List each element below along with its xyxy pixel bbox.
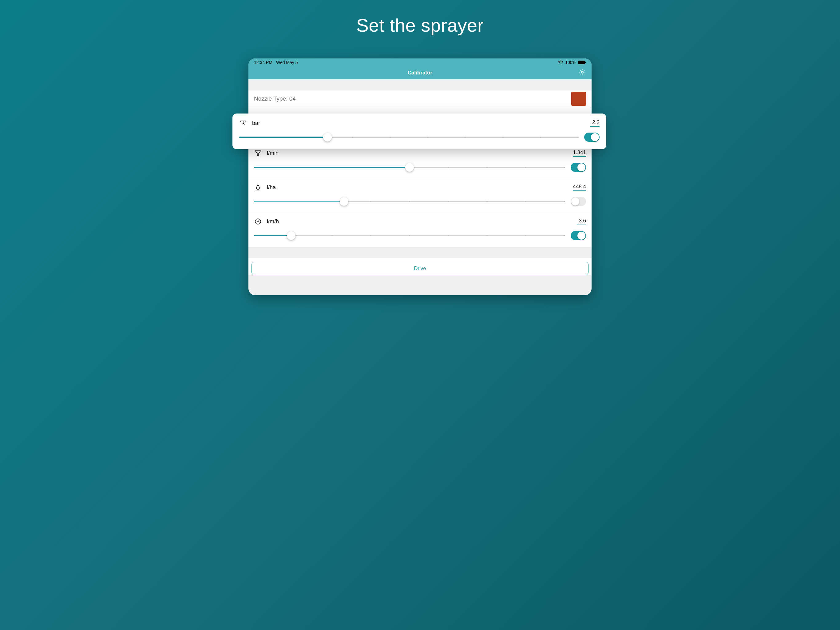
slider-label-kmh: km/h <box>267 218 279 225</box>
slider-thumb-kmh[interactable] <box>287 231 295 240</box>
status-time: 12:34 PM <box>254 60 272 65</box>
spacer <box>248 79 592 90</box>
slider-row-lha: l/ha 448.4 <box>248 179 592 213</box>
svg-rect-0 <box>578 60 585 64</box>
gauge-icon <box>254 217 262 225</box>
toggle-bar[interactable] <box>584 133 600 142</box>
settings-button[interactable] <box>578 69 587 77</box>
slider-track-lha[interactable] <box>254 197 565 206</box>
droplet-icon <box>254 184 262 192</box>
slider-thumb-lmin[interactable] <box>405 163 414 172</box>
slider-row-kmh: km/h 3.6 <box>248 213 592 247</box>
nozzle-label: Nozzle Type: 04 <box>254 95 296 102</box>
svg-point-2 <box>581 71 583 73</box>
toggle-lmin[interactable] <box>571 163 586 172</box>
toggle-lha[interactable] <box>571 197 586 206</box>
nav-bar: Calibrator <box>248 66 592 79</box>
tablet-frame: 12:34 PM Wed May 5 100% Calibrator <box>248 59 592 295</box>
slider-row-lmin: l/min 1.341 <box>248 144 592 179</box>
slider-track-lmin[interactable] <box>254 163 565 172</box>
spacer <box>248 247 592 258</box>
nozzle-color-swatch <box>571 92 586 106</box>
slider-value-lha[interactable]: 448.4 <box>573 184 586 191</box>
slider-track-bar[interactable] <box>239 133 579 142</box>
slider-thumb-bar[interactable] <box>323 133 332 141</box>
svg-rect-1 <box>585 62 586 63</box>
page-headline: Set the sprayer <box>223 0 617 36</box>
sprayer-icon <box>239 119 247 127</box>
status-battery-pct: 100% <box>565 60 576 65</box>
slider-label-bar: bar <box>252 120 260 127</box>
nozzle-row[interactable]: Nozzle Type: 04 <box>248 90 592 107</box>
slider-row-bar: bar 2.2 <box>232 114 606 149</box>
gear-icon <box>579 69 586 78</box>
slider-label-lha: l/ha <box>267 184 276 191</box>
status-bar: 12:34 PM Wed May 5 100% <box>248 59 592 66</box>
slider-value-lmin[interactable]: 1.341 <box>573 149 586 157</box>
svg-point-4 <box>257 221 258 222</box>
slider-track-kmh[interactable] <box>254 231 565 240</box>
slider-value-kmh[interactable]: 3.6 <box>577 218 586 225</box>
battery-icon <box>578 60 586 64</box>
funnel-icon <box>254 149 262 157</box>
slider-thumb-lha[interactable] <box>340 197 348 206</box>
status-date: Wed May 5 <box>276 60 298 65</box>
toggle-kmh[interactable] <box>571 231 586 240</box>
nav-title: Calibrator <box>408 70 432 76</box>
wifi-icon <box>558 60 563 64</box>
slider-label-lmin: l/min <box>267 150 279 157</box>
drive-button[interactable]: Drive <box>251 262 589 275</box>
slider-value-bar[interactable]: 2.2 <box>591 119 600 127</box>
